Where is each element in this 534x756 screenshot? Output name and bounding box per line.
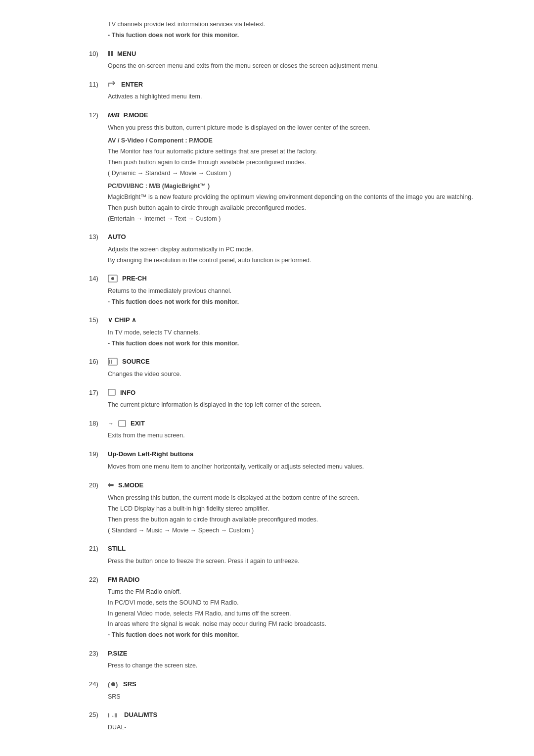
section-12-sub1-line3: ( Dynamic → Standard → Movie → Custom ) [108,169,504,178]
section-20-line1: When pressing this button, the current m… [108,493,504,503]
section-12-sub2-line3: (Entertain → Internet → Text → Custom ) [108,214,504,224]
section-15-line1: In TV mode, selects TV channels. [108,328,504,337]
section-19: 19) Up-Down Left-Right buttons Moves fro… [89,449,504,471]
section-13: 13) AUTO Adjusts the screen display auto… [89,232,504,265]
svg-text:(: ( [108,681,110,688]
section-22-line4: In areas where the signal is weak, noise… [108,619,504,629]
section-title-19: Up-Down Left-Right buttons [108,449,193,459]
section-title-10: MENU [108,49,136,59]
section-number-20: 20) [89,480,108,490]
svg-point-8 [111,682,115,686]
section-20-line4: ( Standard → Music → Movie → Speech → Cu… [108,526,504,535]
section-number-17: 17) [89,388,108,398]
svg-rect-5 [108,389,115,395]
svg-text:-: - [112,712,114,718]
section-15-line2: - This fuction does not work for this mo… [108,339,504,348]
svg-point-1 [111,277,114,280]
section-title-23: P.SIZE [108,649,128,659]
section-number-15: 15) [89,315,108,325]
dual-bars-icon: Ⅰ - Ⅱ [108,711,120,718]
section-11-body: Activates a highlighted menu item. [108,92,504,101]
section-number-12: 12) [89,110,108,120]
section-title-21: STILL [108,544,126,554]
section-15: 15) ∨ CHIP ∧ In TV mode, selects TV chan… [89,315,504,348]
section-21: 21) STILL Press the button once to freez… [89,544,504,566]
section-14: 14) PRE-CH Returns to the immediately pr… [89,274,504,306]
section-title-15: ∨ CHIP ∧ [108,315,138,325]
dual-icon: Ⅰ - Ⅱ [108,711,120,718]
section-12-body: When you press this button, current pict… [108,123,504,133]
section-number-21: 21) [89,544,108,554]
section-17: 17) INFO The current picture information… [89,388,504,410]
section-title-17: INFO [108,388,135,398]
section-22: 22) FM RADIO Turns the FM Radio on/off. … [89,575,504,640]
section-number-16: 16) [89,357,108,367]
section-12: 12) M/B P.MODE When you press this butto… [89,110,504,223]
section-title-16: SOURCE [108,357,150,367]
section-12-sub2-line1: MagicBright™ is a new feature providing … [108,192,504,202]
intro-note: TV channels provide text information ser… [89,20,504,40]
section-13-line1: Adjusts the screen display automatically… [108,245,504,254]
intro-line-1: TV channels provide text information ser… [108,20,504,29]
section-title-18: → EXIT [108,419,145,428]
section-number-25: 25) [89,710,108,720]
section-title-22: FM RADIO [108,575,139,585]
section-20-line3: Then press the button again to circle th… [108,515,504,524]
section-title-20: ⇦ S.MODE [108,480,143,490]
enter-icon [108,81,117,88]
section-25-body: DUAL- [108,723,504,732]
section-20: 20) ⇦ S.MODE When pressing this button, … [89,480,504,535]
srs-icon: ( ) [108,681,119,688]
section-title-11: ENTER [108,80,143,90]
section-number-18: 18) [89,419,108,428]
section-19-body: Moves from one menu item to another hori… [108,462,504,472]
exit-box-icon [118,420,126,427]
section-12-sub1-line1: The Monitor has four automatic picture s… [108,147,504,156]
section-10: 10) MENU Opens the on-screen menu and ex… [89,49,504,71]
section-number-13: 13) [89,232,108,242]
section-12-sub1-line2: Then push button again to circle through… [108,158,504,167]
section-12-sub2-heading: PC/DVI/BNC : M/B (MagicBright™ ) [108,182,504,191]
section-16-body: Changes the video source. [108,370,504,379]
exit-icon: → [108,419,114,428]
svg-text:): ) [116,681,118,688]
section-14-line1: Returns to the immediately previous chan… [108,286,504,296]
section-number-10: 10) [89,49,108,59]
smode-icon: ⇦ [108,480,114,490]
section-title-14: PRE-CH [108,274,147,284]
section-17-body: The current picture information is displ… [108,400,504,410]
svg-rect-6 [119,421,126,426]
section-16: 16) SOURCE Changes the video source. [89,357,504,378]
srs-brackets-icon: ( ) [108,681,119,688]
section-23-body: Press to change the screen size. [108,661,504,670]
svg-text:Ⅰ: Ⅰ [108,712,109,718]
section-title-12: M/B P.MODE [108,110,148,120]
section-title-25: Ⅰ - Ⅱ DUAL/MTS [108,710,157,720]
section-number-22: 22) [89,575,108,585]
section-23: 23) P.SIZE Press to change the screen si… [89,649,504,670]
section-title-13: AUTO [108,232,126,242]
section-14-line2: - This fuction does not work for this mo… [108,297,504,307]
section-number-24: 24) [89,679,108,689]
section-number-14: 14) [89,274,108,284]
section-12-sub2-line2: Then push button again to circle through… [108,203,504,213]
section-10-body: Opens the on-screen menu and exits from … [108,61,504,71]
section-22-line1: Turns the FM Radio on/off. [108,587,504,597]
source-icon [108,358,118,366]
menu-icon [108,51,113,56]
section-22-line2: In PC/DVI mode, sets the SOUND to FM Rad… [108,598,504,608]
section-18-body: Exits from the menu screen. [108,431,504,440]
intro-line-2: - This fuction does not work for this mo… [108,31,504,40]
section-12-sub1-heading: AV / S-Video / Component : P.MODE [108,136,504,145]
pmode-icon: M/B [108,110,120,120]
svg-text:Ⅱ: Ⅱ [114,712,117,718]
section-number-11: 11) [89,80,108,90]
section-24-body: SRS [108,692,504,702]
section-22-line3: In general Video mode, selects FM Radio,… [108,609,504,618]
section-title-24: ( ) SRS [108,679,136,689]
prech-icon [108,275,118,283]
section-number-19: 19) [89,449,108,459]
section-13-line2: By changing the resolution in the contro… [108,256,504,265]
section-24: 24) ( ) SRS SRS [89,679,504,701]
section-number-23: 23) [89,649,108,659]
